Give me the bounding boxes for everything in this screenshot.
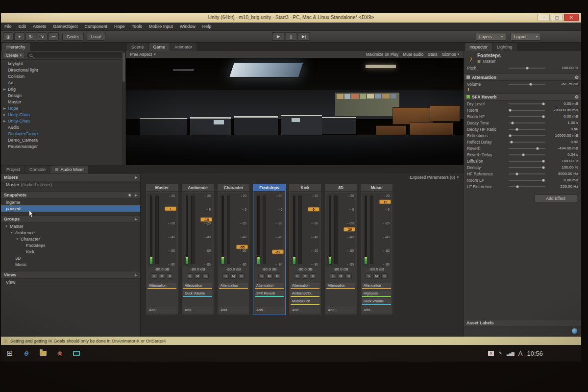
slider-knob[interactable]: [515, 172, 518, 175]
mixer-strip-3d[interactable]: 3D200-20-40-60-80-29-80.0 dBSMBAttenuati…: [324, 184, 357, 315]
param-slider[interactable]: [509, 180, 545, 181]
group-character[interactable]: ▼Character: [1, 236, 140, 242]
hierarchy-search-input[interactable]: [27, 52, 124, 58]
tab-hierarchy[interactable]: Hierarchy: [2, 43, 30, 51]
fader-value-badge[interactable]: 0: [308, 207, 319, 212]
menu-window[interactable]: Window: [176, 23, 199, 31]
slider-knob[interactable]: [509, 134, 512, 137]
mixer-strip-footsteps[interactable]: Footsteps200-20-40-60-80-62-80.0 dBSMBAt…: [253, 184, 286, 315]
move-tool[interactable]: +: [14, 32, 25, 41]
add-effect-slot-button[interactable]: Add..: [291, 307, 319, 313]
add-effect-slot-button[interactable]: Add..: [219, 307, 248, 313]
menu-gameobject[interactable]: GameObject: [49, 23, 81, 31]
effect-slot-duck-volume[interactable]: Duck Volume: [183, 291, 212, 297]
media-taskbar-button[interactable]: ◉: [53, 347, 66, 359]
hierarchy-item[interactable]: Directional light: [1, 67, 125, 73]
tab-audio-mixer[interactable]: ▦Audio Mixer: [50, 166, 88, 173]
strip-fader[interactable]: 200-20-40-60-80-62: [255, 193, 284, 267]
add-mixer-button[interactable]: +: [134, 175, 137, 180]
param-slider[interactable]: [509, 167, 545, 168]
effect-slot-attenuation[interactable]: Attenuation: [326, 283, 355, 289]
strip-fader[interactable]: 200-20-40-60-80-29: [326, 193, 355, 267]
ie-taskbar-button[interactable]: e: [20, 347, 33, 359]
action-center-icon[interactable]: ✕: [488, 351, 494, 356]
param-slider[interactable]: [509, 135, 545, 136]
add-effect-slot-button[interactable]: Add..: [255, 307, 284, 313]
taskbar-clock[interactable]: 10:56: [527, 350, 543, 357]
mute-button[interactable]: M: [338, 273, 344, 279]
pivot-toggle[interactable]: Center: [62, 33, 84, 41]
pen-settings-icon[interactable]: ✎: [498, 351, 502, 356]
tab-game[interactable]: Game: [149, 43, 170, 51]
mute-button[interactable]: M: [373, 273, 380, 279]
hierarchy-item[interactable]: ▶Unity-Chan: [1, 118, 125, 124]
step-button[interactable]: ▶|: [298, 32, 310, 41]
exposed-parameters-button[interactable]: Exposed Parameters (0) ▾: [410, 175, 459, 180]
mixers-section-header[interactable]: Mixers +: [1, 173, 140, 181]
param-slider[interactable]: [509, 122, 545, 123]
effect-slot-attenuation[interactable]: Attenuation: [147, 283, 176, 289]
game-button-gizmos[interactable]: Gizmos▾: [442, 52, 459, 57]
menu-help[interactable]: Help: [199, 23, 215, 31]
tab-inspector[interactable]: Inspector: [465, 43, 492, 51]
slider-knob[interactable]: [516, 185, 519, 188]
rotate-tool[interactable]: ↻: [25, 32, 36, 41]
effect-slot-sfx-reverb[interactable]: SFX Reverb: [255, 291, 284, 297]
fader-value-badge[interactable]: -29: [343, 227, 355, 231]
bypass-button[interactable]: B: [274, 273, 280, 279]
menu-file[interactable]: File: [1, 23, 15, 31]
mixer-strip-music[interactable]: Music200-20-40-60-8011-80.0 dBSMBAttenua…: [360, 184, 393, 315]
param-slider[interactable]: [509, 110, 545, 111]
minimize-button[interactable]: –: [538, 14, 550, 21]
solo-button[interactable]: S: [294, 273, 300, 279]
mute-button[interactable]: M: [266, 273, 272, 279]
hierarchy-scrollbar[interactable]: [122, 51, 125, 165]
solo-button[interactable]: S: [258, 273, 265, 279]
group-kick[interactable]: Kick: [1, 248, 140, 255]
param-slider[interactable]: [509, 84, 545, 85]
slider-knob[interactable]: [542, 160, 545, 163]
mixer-strip-ambience[interactable]: Ambience200-20-40-60-80-15-80.0 dBSMBAtt…: [181, 184, 214, 315]
layers-dropdown[interactable]: Layers ▾: [476, 33, 506, 41]
add-snapshot-button[interactable]: +: [134, 193, 137, 198]
slider-knob[interactable]: [542, 166, 545, 169]
add-view-button[interactable]: +: [134, 272, 137, 278]
pause-button[interactable]: ||: [285, 32, 297, 41]
snapshot-ingame[interactable]: ingame: [1, 199, 140, 205]
effect-slot-attenuation[interactable]: Attenuation: [362, 283, 391, 289]
mixer-strip-master[interactable]: Master200-20-40-60-801-80.0 dBSMBAttenua…: [146, 184, 178, 315]
gear-icon[interactable]: ⚙: [575, 75, 579, 80]
tab-lighting[interactable]: Lighting: [492, 43, 517, 51]
fader-value-badge[interactable]: -15: [200, 218, 212, 222]
hierarchy-item[interactable]: Master: [1, 98, 125, 105]
mute-button[interactable]: M: [230, 273, 237, 279]
group-music[interactable]: Music: [1, 261, 140, 268]
solo-button[interactable]: S: [222, 273, 229, 279]
bypass-button[interactable]: B: [167, 273, 173, 279]
snapshot-paused[interactable]: paused: [1, 205, 140, 212]
solo-button[interactable]: S: [366, 273, 372, 279]
gear-icon[interactable]: ⚙: [575, 95, 579, 99]
slider-knob[interactable]: [511, 122, 514, 124]
layout-dropdown[interactable]: Layout ▾: [511, 33, 541, 41]
sfx-reverb-section-header[interactable]: SFX Reverb ⚙: [464, 93, 581, 100]
tab-scene[interactable]: Scene: [127, 43, 148, 51]
slider-knob[interactable]: [515, 128, 518, 131]
slider-knob[interactable]: [529, 83, 532, 86]
start-button[interactable]: ⊞: [3, 347, 16, 359]
add-effect-slot-button[interactable]: Add..: [326, 307, 355, 313]
hierarchy-item[interactable]: ▶Unity-Chan: [1, 111, 125, 118]
display-taskbar-button[interactable]: [70, 347, 83, 359]
group-ambience[interactable]: ▼Ambience: [1, 229, 140, 236]
create-button[interactable]: Create ▾: [2, 52, 25, 58]
menu-tools[interactable]: Tools: [128, 23, 146, 31]
attenuation-section-header[interactable]: Attenuation ⚙: [464, 74, 581, 81]
rect-tool[interactable]: ▭: [48, 32, 59, 41]
group-master[interactable]: ▼Master: [1, 223, 140, 229]
bypass-button[interactable]: B: [310, 273, 316, 279]
ime-indicator[interactable]: A: [518, 350, 523, 357]
game-viewport[interactable]: [126, 58, 464, 165]
mute-button[interactable]: M: [159, 273, 165, 279]
scale-tool[interactable]: ⇲: [37, 32, 48, 41]
bypass-button[interactable]: B: [238, 273, 245, 279]
